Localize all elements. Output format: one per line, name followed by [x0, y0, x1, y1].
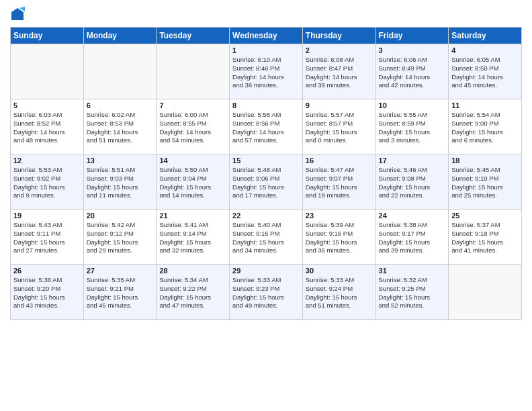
calendar-cell: 6Sunrise: 6:02 AM Sunset: 8:53 PM Daylig…	[83, 99, 157, 154]
calendar-cell: 17Sunrise: 5:46 AM Sunset: 9:08 PM Dayli…	[375, 154, 449, 210]
calendar-cell: 2Sunrise: 6:08 AM Sunset: 8:47 PM Daylig…	[302, 44, 375, 99]
calendar-cell: 1Sunrise: 6:10 AM Sunset: 8:46 PM Daylig…	[230, 44, 303, 99]
cell-content: Sunrise: 5:37 AM Sunset: 9:18 PM Dayligh…	[451, 221, 519, 255]
calendar-cell: 4Sunrise: 6:05 AM Sunset: 8:50 PM Daylig…	[449, 44, 522, 99]
day-number: 30	[306, 267, 373, 275]
cell-content: Sunrise: 5:48 AM Sunset: 9:06 PM Dayligh…	[232, 166, 300, 200]
cell-content: Sunrise: 5:33 AM Sunset: 9:24 PM Dayligh…	[306, 276, 373, 310]
cell-content: Sunrise: 6:06 AM Sunset: 8:49 PM Dayligh…	[379, 56, 446, 90]
day-number: 1	[232, 46, 300, 54]
calendar-cell: 7Sunrise: 6:00 AM Sunset: 8:55 PM Daylig…	[157, 99, 230, 154]
cell-content: Sunrise: 5:36 AM Sunset: 9:20 PM Dayligh…	[13, 276, 81, 310]
cell-content: Sunrise: 5:32 AM Sunset: 9:25 PM Dayligh…	[379, 276, 446, 310]
calendar-cell: 8Sunrise: 5:58 AM Sunset: 8:56 PM Daylig…	[230, 99, 303, 154]
cell-content: Sunrise: 5:54 AM Sunset: 9:00 PM Dayligh…	[451, 111, 519, 145]
cell-content: Sunrise: 5:45 AM Sunset: 9:10 PM Dayligh…	[451, 166, 519, 200]
cell-content: Sunrise: 5:58 AM Sunset: 8:56 PM Dayligh…	[232, 111, 300, 145]
day-header-wednesday: Wednesday	[230, 28, 303, 44]
calendar-cell: 28Sunrise: 5:34 AM Sunset: 9:22 PM Dayli…	[157, 265, 230, 320]
week-row-3: 12Sunrise: 5:53 AM Sunset: 9:02 PM Dayli…	[11, 154, 522, 210]
cell-content: Sunrise: 5:53 AM Sunset: 9:02 PM Dayligh…	[13, 166, 81, 200]
page-container: SundayMondayTuesdayWednesdayThursdayFrid…	[0, 0, 532, 326]
day-number: 2	[306, 46, 373, 54]
calendar-table: SundayMondayTuesdayWednesdayThursdayFrid…	[10, 27, 522, 320]
calendar-cell: 11Sunrise: 5:54 AM Sunset: 9:00 PM Dayli…	[449, 99, 522, 154]
calendar-cell: 27Sunrise: 5:35 AM Sunset: 9:21 PM Dayli…	[83, 265, 157, 320]
header-row: SundayMondayTuesdayWednesdayThursdayFrid…	[11, 28, 522, 44]
calendar-cell: 30Sunrise: 5:33 AM Sunset: 9:24 PM Dayli…	[302, 265, 375, 320]
day-number: 20	[87, 212, 154, 220]
calendar-cell: 12Sunrise: 5:53 AM Sunset: 9:02 PM Dayli…	[11, 154, 84, 210]
logo	[10, 7, 26, 21]
day-number: 31	[379, 267, 446, 275]
day-number: 15	[232, 156, 300, 165]
day-number: 19	[13, 212, 81, 220]
header	[10, 7, 522, 21]
day-number: 25	[451, 212, 519, 220]
cell-content: Sunrise: 5:55 AM Sunset: 8:59 PM Dayligh…	[379, 111, 446, 145]
cell-content: Sunrise: 5:43 AM Sunset: 9:11 PM Dayligh…	[13, 221, 81, 255]
calendar-cell	[83, 44, 157, 99]
calendar-cell: 18Sunrise: 5:45 AM Sunset: 9:10 PM Dayli…	[449, 154, 522, 210]
week-row-4: 19Sunrise: 5:43 AM Sunset: 9:11 PM Dayli…	[11, 210, 522, 265]
cell-content: Sunrise: 5:39 AM Sunset: 9:16 PM Dayligh…	[306, 221, 373, 255]
day-header-monday: Monday	[83, 28, 157, 44]
cell-content: Sunrise: 6:02 AM Sunset: 8:53 PM Dayligh…	[87, 111, 154, 145]
day-number: 24	[379, 212, 446, 220]
cell-content: Sunrise: 5:40 AM Sunset: 9:15 PM Dayligh…	[232, 221, 300, 255]
day-number: 17	[379, 156, 446, 165]
day-number: 22	[232, 212, 300, 220]
day-header-tuesday: Tuesday	[157, 28, 230, 44]
day-number: 14	[159, 156, 226, 165]
calendar-cell: 24Sunrise: 5:38 AM Sunset: 9:17 PM Dayli…	[375, 210, 449, 265]
day-number: 27	[87, 267, 154, 275]
day-number: 18	[451, 156, 519, 165]
cell-content: Sunrise: 6:00 AM Sunset: 8:55 PM Dayligh…	[159, 111, 226, 145]
calendar-cell: 10Sunrise: 5:55 AM Sunset: 8:59 PM Dayli…	[375, 99, 449, 154]
day-number: 5	[13, 101, 81, 109]
calendar-cell: 22Sunrise: 5:40 AM Sunset: 9:15 PM Dayli…	[230, 210, 303, 265]
cell-content: Sunrise: 5:38 AM Sunset: 9:17 PM Dayligh…	[379, 221, 446, 255]
cell-content: Sunrise: 6:03 AM Sunset: 8:52 PM Dayligh…	[13, 111, 81, 145]
week-row-1: 1Sunrise: 6:10 AM Sunset: 8:46 PM Daylig…	[11, 44, 522, 99]
day-header-thursday: Thursday	[302, 28, 375, 44]
cell-content: Sunrise: 5:34 AM Sunset: 9:22 PM Dayligh…	[159, 276, 226, 310]
day-number: 13	[87, 156, 154, 165]
calendar-cell: 15Sunrise: 5:48 AM Sunset: 9:06 PM Dayli…	[230, 154, 303, 210]
cell-content: Sunrise: 5:51 AM Sunset: 9:03 PM Dayligh…	[87, 166, 154, 200]
day-header-friday: Friday	[375, 28, 449, 44]
cell-content: Sunrise: 5:41 AM Sunset: 9:14 PM Dayligh…	[159, 221, 226, 255]
calendar-cell: 5Sunrise: 6:03 AM Sunset: 8:52 PM Daylig…	[11, 99, 84, 154]
calendar-cell: 3Sunrise: 6:06 AM Sunset: 8:49 PM Daylig…	[375, 44, 449, 99]
calendar-cell: 26Sunrise: 5:36 AM Sunset: 9:20 PM Dayli…	[11, 265, 84, 320]
day-number: 26	[13, 267, 81, 275]
day-header-saturday: Saturday	[449, 28, 522, 44]
cell-content: Sunrise: 6:10 AM Sunset: 8:46 PM Dayligh…	[232, 56, 300, 90]
calendar-cell	[449, 265, 522, 320]
calendar-cell: 16Sunrise: 5:47 AM Sunset: 9:07 PM Dayli…	[302, 154, 375, 210]
day-number: 12	[13, 156, 81, 165]
calendar-cell: 13Sunrise: 5:51 AM Sunset: 9:03 PM Dayli…	[83, 154, 157, 210]
day-number: 7	[159, 101, 226, 109]
calendar-cell: 9Sunrise: 5:57 AM Sunset: 8:57 PM Daylig…	[302, 99, 375, 154]
svg-marker-0	[11, 8, 24, 20]
calendar-cell: 20Sunrise: 5:42 AM Sunset: 9:12 PM Dayli…	[83, 210, 157, 265]
day-number: 9	[306, 101, 373, 109]
cell-content: Sunrise: 5:42 AM Sunset: 9:12 PM Dayligh…	[87, 221, 154, 255]
cell-content: Sunrise: 5:57 AM Sunset: 8:57 PM Dayligh…	[306, 111, 373, 145]
cell-content: Sunrise: 6:05 AM Sunset: 8:50 PM Dayligh…	[451, 56, 519, 90]
calendar-cell	[157, 44, 230, 99]
calendar-cell: 14Sunrise: 5:50 AM Sunset: 9:04 PM Dayli…	[157, 154, 230, 210]
day-number: 23	[306, 212, 373, 220]
day-number: 4	[451, 46, 519, 54]
calendar-cell	[11, 44, 84, 99]
day-number: 29	[232, 267, 300, 275]
day-number: 28	[159, 267, 226, 275]
calendar-cell: 19Sunrise: 5:43 AM Sunset: 9:11 PM Dayli…	[11, 210, 84, 265]
day-number: 10	[379, 101, 446, 109]
day-number: 6	[87, 101, 154, 109]
logo-icon	[10, 7, 25, 21]
day-number: 21	[159, 212, 226, 220]
cell-content: Sunrise: 5:46 AM Sunset: 9:08 PM Dayligh…	[379, 166, 446, 200]
cell-content: Sunrise: 5:35 AM Sunset: 9:21 PM Dayligh…	[87, 276, 154, 310]
